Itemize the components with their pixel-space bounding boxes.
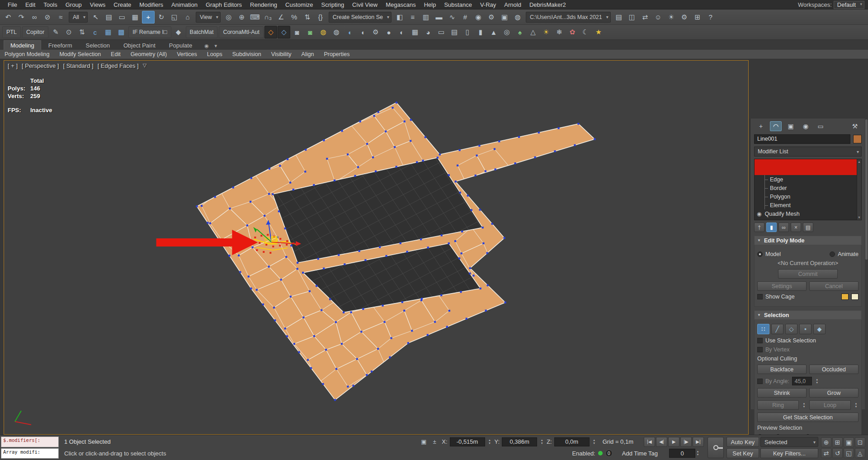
object-name-input[interactable]: Line001 [754,134,850,144]
commit-button[interactable]: Commit [778,269,838,279]
next-frame-button[interactable]: |▶ [680,437,692,447]
stack-subobject-row[interactable]: Edge [755,175,861,184]
animate-radio[interactable] [830,251,835,257]
snaps-toggle-icon[interactable]: ∩₃ [262,11,274,24]
material-sphere-icon[interactable]: ● [382,26,395,38]
y-spinner[interactable] [539,438,544,446]
loop-button[interactable]: Loop [809,400,851,410]
mesh-object[interactable] [197,103,594,400]
zoom-all-icon[interactable]: ⊞ [832,437,843,447]
y-coordinate-field[interactable]: 0,386m [502,437,537,446]
pivot-tool-icon[interactable]: ⊙ [62,26,75,38]
display-tab-icon[interactable]: ▭ [815,121,826,131]
occluded-button[interactable]: Occluded [809,365,859,374]
menu-arnold[interactable]: Arnold [500,1,525,9]
spinner-snap-icon[interactable]: ⇅ [301,11,314,24]
teapot-render-icon[interactable]: ◖ [343,26,356,38]
orbit-icon[interactable]: ↺ [832,448,843,458]
ribbon-tab-selection[interactable]: Selection [80,41,116,50]
teapot-white-icon[interactable]: ◖ [356,26,369,38]
default-lighting-icon[interactable]: ☀ [665,11,678,24]
corona-hex2-icon[interactable]: ◇ [278,26,290,38]
play-button[interactable]: ▶ [668,437,679,447]
settings-gear-icon[interactable]: ⚙ [678,11,691,24]
time-field[interactable]: 0 [669,449,695,458]
ribbon-button-polygon-modeling[interactable]: Polygon Modeling [5,51,49,57]
add-time-tag[interactable]: Add Time Tag [622,450,658,457]
go-to-end-button[interactable]: ▶| [693,437,704,447]
menu-vray[interactable]: V-Ray [476,1,500,9]
checker-map-icon[interactable]: ▦ [409,26,421,38]
rendered-frame-icon[interactable]: ▣ [498,11,511,24]
unlink-selection-icon[interactable]: ⊘ [41,11,54,24]
stack-modifier-row[interactable]: ◉ Quadify Mesh [755,209,861,218]
selection-set-dropdown[interactable]: Create Selection Se [329,12,392,23]
bind-to-space-warp-icon[interactable]: ≈ [54,11,67,24]
select-by-name-icon[interactable]: ▤ [103,11,115,24]
sync-arrows-icon[interactable]: ⇄ [639,11,651,24]
remove-modifier-icon[interactable]: × [791,223,801,232]
menu-animation[interactable]: Animation [167,1,202,9]
edge-mode-icon[interactable]: ╱ [771,324,783,334]
camera-add-icon[interactable]: ◙ [304,26,316,38]
menu-debrismaker[interactable]: DebrisMaker2 [525,1,570,9]
viewport-canvas[interactable] [4,61,748,434]
menu-views[interactable]: Views [86,1,109,9]
vert-snap-icon[interactable]: ⇅ [75,26,88,38]
menu-substance[interactable]: Substance [440,1,476,9]
ribbon-tab-modeling[interactable]: Modeling [4,40,41,50]
coronamtl-button[interactable]: CoronaMtl-Aut [219,26,264,38]
cylinder-prim-icon[interactable]: ▮ [474,26,487,38]
script-page-icon[interactable]: ▯ [461,26,474,38]
film-clapper-icon[interactable]: ▤ [448,26,461,38]
use-pivot-center-icon[interactable]: ◎ [222,11,235,24]
rollout-edit-poly-mode-header[interactable]: Edit Poly Mode [754,236,862,245]
scene-explorer-icon[interactable]: ▤ [613,11,625,24]
scene-notes-icon[interactable]: ✎ [49,26,62,38]
by-vertex-checkbox[interactable] [757,347,763,352]
light-bulb-icon[interactable]: ◍ [317,26,330,38]
window-crossing-icon[interactable]: ▦ [129,11,142,24]
by-angle-spinner[interactable] [815,377,820,385]
select-object-icon[interactable]: ↖ [90,11,102,24]
material-half-icon[interactable]: ◐ [396,26,408,38]
viewport-filter-icon[interactable]: ▽ [143,62,146,69]
menu-group[interactable]: Group [61,1,86,9]
menu-create[interactable]: Create [109,1,135,9]
user-avatar-icon[interactable]: ☺ [652,11,665,24]
viewport-pov-menu[interactable]: [ Perspective ] [22,62,59,69]
go-to-start-button[interactable]: |◀ [644,437,655,447]
make-unique-icon[interactable]: ∞ [778,223,789,232]
configure-sets-icon[interactable]: ▤ [803,223,813,232]
monitor-view-icon[interactable]: ▭ [435,26,448,38]
scrollbar-thumb[interactable] [865,119,868,260]
selection-filter-dropdown[interactable]: All [69,12,88,23]
moon-icon[interactable]: ☾ [579,26,592,38]
ribbon-button-properties[interactable]: Properties [324,51,349,57]
command-panel-scrollbar[interactable] [865,119,868,409]
get-stack-selection-button[interactable]: Get Stack Selection [757,413,859,422]
menu-scripting[interactable]: Scripting [317,1,349,9]
ribbon-config-icon[interactable]: ◉ [202,42,211,50]
visibility-eye-icon[interactable]: ◉ [757,211,761,217]
z-spinner[interactable] [592,438,597,446]
x-coordinate-field[interactable]: -0,515m [450,437,485,446]
select-and-rotate-icon[interactable]: ↻ [155,11,168,24]
utilities-tab-icon[interactable]: ⚒ [849,121,861,131]
select-and-place-icon[interactable]: ⌂ [181,11,194,24]
copitor-button[interactable]: Copitor [22,26,48,38]
ptl-button[interactable]: PTL [2,26,21,38]
light-bulb2-icon[interactable]: ◍ [330,26,343,38]
menu-rendering[interactable]: Rendering [246,1,281,9]
listener-line[interactable]: Array modifi: [1,448,59,459]
show-cage-checkbox[interactable] [757,294,763,299]
modify-tab-icon[interactable]: ◠ [770,121,782,131]
if-rename-button[interactable]: IF Rename I□ [128,26,171,38]
keyboard-override-icon[interactable]: ⌨ [249,11,261,24]
selection-lock-icon[interactable]: ▣ [419,437,429,446]
brush-tool-icon[interactable]: ◆ [172,26,185,38]
set-keys-button[interactable] [708,437,724,458]
polygon-mode-icon[interactable]: ▪ [799,324,811,334]
ribbon-button-loops[interactable]: Loops [207,51,222,57]
maximize-viewport-icon[interactable]: ◱ [844,448,854,458]
